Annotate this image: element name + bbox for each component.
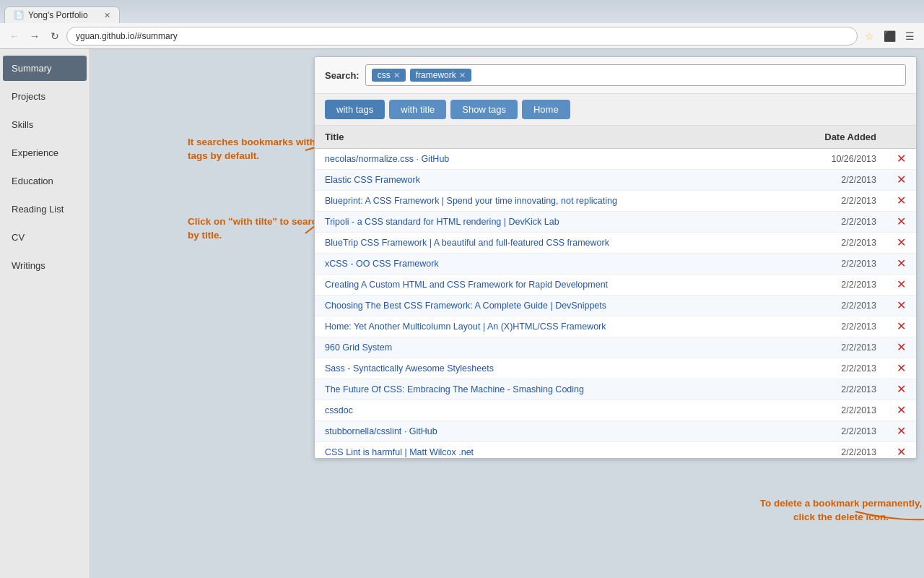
- bookmark-title-cell: CSS Lint is harmful | Matt Wilcox .net: [315, 442, 814, 459]
- col-date: Date Added: [814, 126, 886, 149]
- delete-button[interactable]: ✕: [897, 426, 906, 437]
- bookmark-link[interactable]: Tripoli - a CSS standard for HTML render…: [325, 217, 559, 227]
- bookmark-date-cell: 10/26/2013: [814, 149, 886, 170]
- bookmark-date-cell: 2/2/2013: [814, 191, 886, 212]
- bookmark-title-cell: xCSS - OO CSS Framework: [315, 254, 814, 275]
- bookmarks-table: Title Date Added necolas/normalize.css ·…: [315, 126, 916, 458]
- bookmark-delete-cell: ✕: [886, 296, 916, 316]
- forward-button[interactable]: →: [26, 27, 43, 45]
- bookmark-link[interactable]: CSS Lint is harmful | Matt Wilcox .net: [325, 447, 474, 457]
- search-tag-css[interactable]: css ✕: [372, 69, 406, 82]
- bookmark-delete-cell: ✕: [886, 212, 916, 233]
- tab-home[interactable]: Home: [522, 100, 570, 119]
- delete-button[interactable]: ✕: [897, 237, 906, 249]
- tab-close-btn[interactable]: ✕: [104, 11, 110, 20]
- bookmark-date-cell: 2/2/2013: [814, 212, 886, 233]
- sidebar-item-reading-list[interactable]: Reading List: [3, 197, 87, 222]
- tab-show-tags[interactable]: Show tags: [450, 100, 518, 119]
- bookmark-link[interactable]: BlueTrip CSS Framework | A beautiful and…: [325, 238, 609, 248]
- bookmark-date-cell: 2/2/2013: [814, 379, 886, 400]
- table-container[interactable]: Title Date Added necolas/normalize.css ·…: [315, 126, 916, 458]
- search-tag-framework[interactable]: framework ✕: [410, 69, 471, 82]
- delete-button[interactable]: ✕: [897, 321, 906, 332]
- bookmark-link[interactable]: cssdoc: [325, 405, 353, 415]
- table-row: The Future Of CSS: Embracing The Machine…: [315, 379, 916, 400]
- table-row: cssdoc 2/2/2013 ✕: [315, 400, 916, 421]
- bookmark-title-cell: cssdoc: [315, 400, 814, 421]
- search-tags-container[interactable]: css ✕ framework ✕: [365, 64, 906, 86]
- sidebar-item-cv[interactable]: CV: [3, 225, 87, 250]
- bookmark-date-cell: 2/2/2013: [814, 337, 886, 358]
- search-tag-framework-close[interactable]: ✕: [459, 71, 466, 80]
- table-row: 960 Grid System 2/2/2013 ✕: [315, 337, 916, 358]
- bookmark-link[interactable]: Sass - Syntactically Awesome Stylesheets: [325, 363, 494, 374]
- sidebar-item-writings[interactable]: Writings: [3, 253, 87, 278]
- back-button[interactable]: ←: [6, 27, 23, 45]
- bookmark-delete-cell: ✕: [886, 254, 916, 275]
- bookmark-delete-cell: ✕: [886, 400, 916, 421]
- bookmark-title-cell: Tripoli - a CSS standard for HTML render…: [315, 212, 814, 233]
- delete-button[interactable]: ✕: [897, 258, 906, 269]
- bookmark-link[interactable]: xCSS - OO CSS Framework: [325, 259, 439, 269]
- delete-button[interactable]: ✕: [897, 279, 906, 290]
- reload-button[interactable]: ↻: [46, 27, 64, 45]
- table-row: BlueTrip CSS Framework | A beautiful and…: [315, 233, 916, 254]
- bookmark-title-cell: Elastic CSS Framework: [315, 170, 814, 191]
- url-bar[interactable]: [66, 27, 858, 46]
- sidebar-item-skills[interactable]: Skills: [3, 112, 87, 137]
- bookmark-delete-cell: ✕: [886, 337, 916, 358]
- delete-button[interactable]: ✕: [897, 363, 906, 374]
- bookmark-date-cell: 2/2/2013: [814, 254, 886, 275]
- delete-button[interactable]: ✕: [897, 342, 906, 353]
- bookmark-link[interactable]: 960 Grid System: [325, 342, 392, 353]
- bookmark-link[interactable]: Home: Yet Another Multicolumn Layout | A…: [325, 322, 606, 332]
- bookmark-title-cell: The Future Of CSS: Embracing The Machine…: [315, 379, 814, 400]
- star-icon[interactable]: ☆: [860, 27, 878, 45]
- browser-chrome: 📄 Yong's Portfolio ✕ ← → ↻ ☆ ⬛ ☰: [0, 0, 924, 49]
- bookmark-link[interactable]: necolas/normalize.css · GitHub: [325, 154, 449, 164]
- sidebar-item-summary[interactable]: Summary: [3, 56, 87, 81]
- bookmark-delete-cell: ✕: [886, 170, 916, 191]
- search-tag-css-close[interactable]: ✕: [393, 71, 400, 80]
- bookmark-title-cell: Home: Yet Another Multicolumn Layout | A…: [315, 316, 814, 337]
- bookmark-delete-cell: ✕: [886, 379, 916, 400]
- search-tabs: with tags with title Show tags Home: [315, 94, 916, 126]
- browser-tab[interactable]: 📄 Yong's Portfolio ✕: [4, 7, 120, 23]
- menu-icon[interactable]: ☰: [901, 27, 918, 45]
- sidebar-item-education[interactable]: Education: [3, 168, 87, 194]
- bookmark-date-cell: 2/2/2013: [814, 275, 886, 296]
- delete-button[interactable]: ✕: [897, 384, 906, 395]
- tab-favicon: 📄: [14, 10, 24, 20]
- delete-button[interactable]: ✕: [897, 195, 906, 207]
- delete-button[interactable]: ✕: [897, 216, 906, 228]
- bookmark-title-cell: Blueprint: A CSS Framework | Spend your …: [315, 191, 814, 212]
- col-delete: [886, 126, 916, 149]
- bookmark-link[interactable]: The Future Of CSS: Embracing The Machine…: [325, 384, 584, 394]
- table-row: Blueprint: A CSS Framework | Spend your …: [315, 191, 916, 212]
- bookmark-title-cell: stubbornella/csslint · GitHub: [315, 421, 814, 442]
- bookmark-link[interactable]: Creating A Custom HTML and CSS Framework…: [325, 280, 608, 290]
- bookmark-delete-cell: ✕: [886, 442, 916, 459]
- bookmark-date-cell: 2/2/2013: [814, 358, 886, 379]
- delete-button[interactable]: ✕: [897, 405, 906, 416]
- bookmark-link[interactable]: Elastic CSS Framework: [325, 175, 420, 185]
- sidebar-item-projects[interactable]: Projects: [3, 84, 87, 109]
- delete-button[interactable]: ✕: [897, 153, 906, 165]
- bookmark-date-cell: 2/2/2013: [814, 316, 886, 337]
- delete-button[interactable]: ✕: [897, 447, 906, 458]
- table-row: Home: Yet Another Multicolumn Layout | A…: [315, 316, 916, 337]
- bookmark-link[interactable]: stubbornella/csslint · GitHub: [325, 426, 437, 436]
- tab-with-tags[interactable]: with tags: [325, 100, 385, 119]
- bookmark-link[interactable]: Choosing The Best CSS Framework: A Compl…: [325, 301, 606, 311]
- table-row: CSS Lint is harmful | Matt Wilcox .net 2…: [315, 442, 916, 459]
- table-row: stubbornella/csslint · GitHub 2/2/2013 ✕: [315, 421, 916, 442]
- bookmark-date-cell: 2/2/2013: [814, 442, 886, 459]
- sidebar-item-experience[interactable]: Experience: [3, 140, 87, 165]
- bookmark-link[interactable]: Blueprint: A CSS Framework | Spend your …: [325, 196, 617, 206]
- tab-with-title[interactable]: with title: [389, 100, 446, 119]
- bookmark-icon[interactable]: ⬛: [881, 27, 898, 45]
- table-row: Choosing The Best CSS Framework: A Compl…: [315, 296, 916, 316]
- delete-button[interactable]: ✕: [897, 174, 906, 186]
- search-bar: Search: css ✕ framework ✕: [315, 57, 916, 94]
- delete-button[interactable]: ✕: [897, 300, 906, 311]
